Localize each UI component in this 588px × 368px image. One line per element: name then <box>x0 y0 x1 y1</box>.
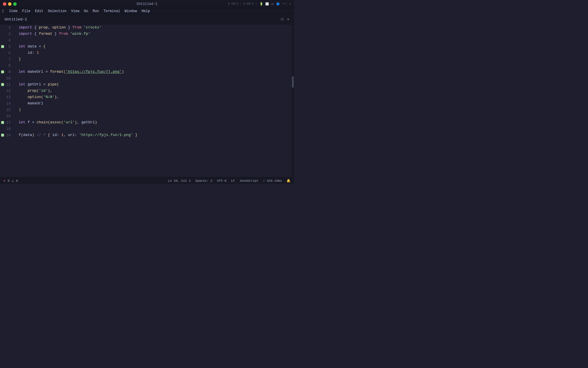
fn-option: option <box>28 94 41 100</box>
keyword-from2: from <box>59 31 68 37</box>
line-num-4: 4 <box>0 38 13 43</box>
menu-file[interactable]: File <box>22 9 30 13</box>
indentation[interactable]: Spaces: 2 <box>195 179 212 183</box>
statusbar: ✕ 0 △ 0 Ln 20, Col 1 Spaces: 2 UTF-8 LF … <box>0 177 294 184</box>
fn-format: format <box>50 69 63 75</box>
statusbar-right: Ln 20, Col 1 Spaces: 2 UTF-8 LF JavaScri… <box>168 179 291 183</box>
breakpoint-19[interactable] <box>1 134 4 137</box>
line-row-12: 12 <box>0 88 16 94</box>
language-mode[interactable]: JavaScript <box>239 179 258 183</box>
code-line-13: option ( 'N/A' ) , <box>19 94 292 100</box>
timing: ✓ 329.16ms <box>263 179 282 183</box>
close-button[interactable] <box>3 2 6 6</box>
menu-selection[interactable]: Selection <box>48 9 67 13</box>
battery-icon: 🔋 <box>260 2 263 6</box>
menu-edit[interactable]: Edit <box>35 9 43 13</box>
code-line-17: let f = chain ( assoc ( 'url' ) , getUrl… <box>19 119 292 126</box>
line-row-15: 15 <box>0 107 16 113</box>
line-num-10: 10 <box>0 76 13 80</box>
line-num-3: 3 <box>0 32 13 36</box>
menu-go[interactable]: Go <box>84 9 88 13</box>
more-actions-icon[interactable]: ● <box>287 17 289 22</box>
breakpoint-9[interactable] <box>1 70 4 73</box>
code-line-10 <box>19 75 292 81</box>
string-winkfp: 'wink-fp' <box>70 31 90 37</box>
identifier-id: id <box>28 50 32 56</box>
editor-toolbar-icons: ⧉ ● <box>281 17 289 22</box>
line-row-5: 5 <box>0 43 16 50</box>
breakpoint-17[interactable] <box>1 121 4 124</box>
line-row-17: 17 <box>0 119 16 126</box>
split-editor-icon[interactable]: ⧉ <box>281 17 284 22</box>
line-num-15: 15 <box>0 108 13 112</box>
line-num-18: 18 <box>0 127 13 131</box>
code-line-15: ) <box>19 107 292 113</box>
line-num-12: 12 <box>0 89 13 93</box>
line-row-9: 9 <box>0 69 16 75</box>
paren-close1: ) <box>122 69 124 75</box>
cursor-position[interactable]: Ln 20, Col 1 <box>168 179 191 183</box>
code-line-4 <box>19 37 292 43</box>
menu-code[interactable]: Code <box>9 9 18 13</box>
line-row-19: 19 <box>0 132 16 138</box>
identifier-makeurl2: makeUrl <box>28 100 43 107</box>
line-row-16: 16 <box>0 113 16 119</box>
eol[interactable]: LF <box>231 179 235 183</box>
line-num-14: 14 <box>0 101 13 106</box>
breakpoint-11[interactable] <box>1 83 4 86</box>
encoding[interactable]: UTF-8 <box>217 179 227 183</box>
menu-help[interactable]: Help <box>142 9 150 13</box>
line-row-11: 11 <box>0 81 16 88</box>
string-result-url: 'https://fpjs.fun/1.png' <box>79 132 133 138</box>
more-icon: ••• <box>282 2 287 5</box>
line-row-4: 4 <box>0 37 16 43</box>
identifier-geturl: getUrl <box>28 81 41 88</box>
keyword-import2: import <box>19 31 32 37</box>
scrollbar-thumb[interactable] <box>292 76 294 88</box>
string-na: 'N/A' <box>43 94 55 100</box>
screen-icon: ⬜ <box>265 2 269 6</box>
code-line-12: prop ( 'id' ) , <box>19 88 292 94</box>
notifications-icon[interactable]: 🔔 <box>287 179 291 183</box>
keyword-let2: let <box>19 69 25 75</box>
menu-terminal[interactable]: Terminal <box>103 9 120 13</box>
line-num-7: 7 <box>0 57 13 62</box>
warning-icon: △ <box>12 179 14 183</box>
apple-menu[interactable]:  <box>2 9 5 14</box>
scrollbar[interactable] <box>292 24 294 177</box>
titlebar: Untitled-1 0 KB/s ↑ 0 KB/s ↓ 🔋 ⬜ ⏮ 🔵 •••… <box>0 0 294 8</box>
fn-call-f: f <box>19 132 21 138</box>
media-icon: ⏮ <box>271 2 274 6</box>
line-num-16: 16 <box>0 114 13 118</box>
code-line-14: makeUrl <box>19 100 292 107</box>
paren-open2: ( <box>57 81 59 88</box>
titlebar-right-icons: 0 KB/s ↑ 0 KB/s ↓ 🔋 ⬜ ⏮ 🔵 ••• ≡ <box>228 2 291 6</box>
active-tab[interactable]: Untitled-1 <box>5 17 27 22</box>
line-row-8: 8 <box>0 62 16 69</box>
fn-chain: chain <box>36 119 48 126</box>
string-url: 'url' <box>63 119 75 126</box>
error-count: 0 <box>8 179 10 183</box>
finder-icon: 🔵 <box>276 2 280 6</box>
code-editor[interactable]: import { prop , option } from 'crocks' i… <box>16 24 292 177</box>
menu-view[interactable]: View <box>71 9 80 13</box>
keyword-let1: let <box>19 43 25 50</box>
identifier-prop: prop <box>39 24 48 31</box>
line-row-18: 18 <box>0 126 16 132</box>
maximize-button[interactable] <box>13 2 17 6</box>
statusbar-left: ✕ 0 △ 0 <box>3 179 18 183</box>
window-controls[interactable] <box>3 2 17 6</box>
identifier-format: format <box>39 31 52 37</box>
error-indicator[interactable]: ✕ <box>3 179 5 183</box>
code-line-11: let getUrl = pipe ( <box>19 81 292 88</box>
breakpoint-5[interactable] <box>1 45 4 48</box>
menu-run[interactable]: Run <box>93 9 99 13</box>
minimize-button[interactable] <box>8 2 11 6</box>
identifier-makeurl: makeUrl <box>28 69 43 75</box>
string-crocks: 'crocks' <box>84 24 101 31</box>
window-title: Untitled-1 <box>137 2 157 6</box>
network-icon: 0 KB/s ↑ 0 KB/s ↓ <box>228 2 257 5</box>
list-icon: ≡ <box>289 2 291 5</box>
menu-window[interactable]: Window <box>125 9 137 13</box>
line-num-6: 6 <box>0 51 13 55</box>
